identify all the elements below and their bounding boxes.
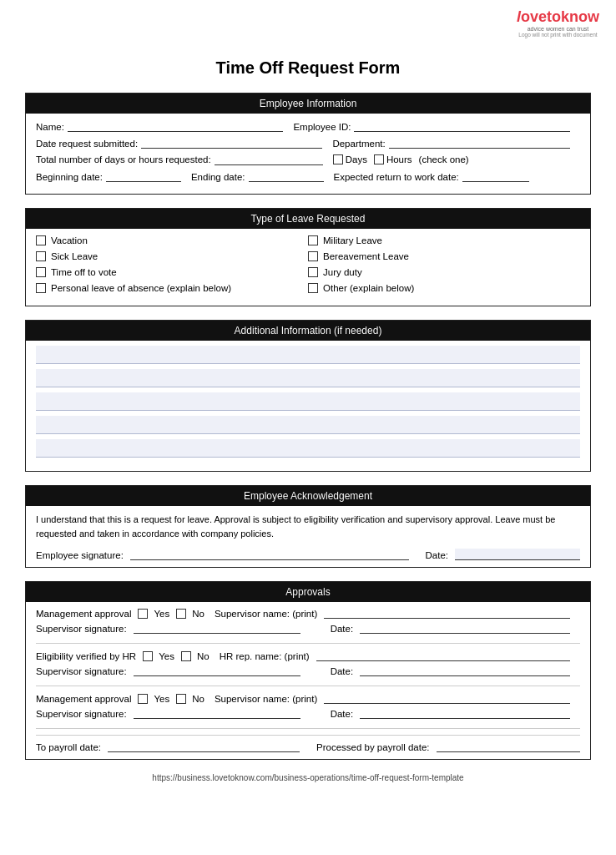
logo-note: Logo will not print with document <box>517 32 599 38</box>
approval-row-3-bot: Supervisor signature: Date: <box>36 707 580 719</box>
hours-checkbox[interactable] <box>374 154 384 164</box>
sick-leave-item: Sick Leave <box>36 251 308 261</box>
approval-row-2-bot: Supervisor signature: Date: <box>36 665 580 676</box>
approvals-header: Approvals <box>26 582 590 602</box>
total-field[interactable] <box>215 154 323 165</box>
employee-id-field[interactable] <box>354 120 570 132</box>
date-submitted-label: Date request submitted: <box>36 139 138 149</box>
sick-leave-label: Sick Leave <box>51 251 98 261</box>
mgmt-no-checkbox-3[interactable] <box>176 694 186 704</box>
leave-type-header: Type of Leave Requested <box>26 209 590 229</box>
payroll-row: To payroll date: Processed by payroll da… <box>36 735 580 752</box>
supervisor-sig-label-2: Supervisor signature: <box>36 666 127 676</box>
additional-line-3[interactable] <box>36 392 580 411</box>
approval-block-3: Management approval Yes No Supervisor na… <box>36 692 580 729</box>
vacation-checkbox[interactable] <box>36 235 46 245</box>
supervisor-print-label-1: Supervisor name: (print) <box>215 609 317 619</box>
date-label-3: Date: <box>331 709 354 719</box>
bereavement-leave-label: Bereavement Leave <box>323 251 409 261</box>
payroll-label: To payroll date: <box>36 742 101 752</box>
acknowledgement-text: I understand that this is a request for … <box>36 513 580 540</box>
expected-return-label: Expected return to work date: <box>334 172 459 182</box>
payroll-processed: Processed by payroll date: <box>316 741 580 752</box>
mgmt-no-checkbox-1[interactable] <box>176 609 186 619</box>
employee-info-header: Employee Information <box>26 94 590 114</box>
supervisor-sig-field-3[interactable] <box>134 707 300 719</box>
approvals-body: Management approval Yes No Supervisor na… <box>26 602 590 759</box>
mgmt-yes-checkbox-1[interactable] <box>138 609 148 619</box>
beginning-field[interactable] <box>106 170 181 182</box>
leave-left-col: Vacation Sick Leave Time off to vote Per… <box>36 235 308 299</box>
date-field-3[interactable] <box>360 707 570 719</box>
hr-verified-label: Eligibility verified by HR <box>36 651 136 661</box>
leave-types-body: Vacation Sick Leave Time off to vote Per… <box>26 229 590 306</box>
date-field-2[interactable] <box>360 665 570 676</box>
other-checkbox[interactable] <box>308 283 318 293</box>
approvals-section: Approvals Management approval Yes No Sup… <box>25 581 591 760</box>
payroll-to-date: To payroll date: <box>36 741 300 752</box>
acknowledgement-header: Employee Acknowledgement <box>26 486 590 506</box>
approval-row-2-top: Eligibility verified by HR Yes No HR rep… <box>36 650 580 661</box>
ending-field[interactable] <box>249 170 324 182</box>
hr-yes-checkbox[interactable] <box>143 651 153 661</box>
additional-line-5[interactable] <box>36 439 580 458</box>
vacation-item: Vacation <box>36 235 308 245</box>
date-submitted-field[interactable] <box>141 137 322 149</box>
additional-line-2[interactable] <box>36 369 580 387</box>
hr-rep-print-label: HR rep. name: (print) <box>220 651 310 661</box>
time-off-vote-label: Time off to vote <box>51 267 117 277</box>
logo-tagline: advice women can trust <box>517 26 599 32</box>
bereavement-leave-checkbox[interactable] <box>308 251 318 261</box>
name-field[interactable] <box>68 120 284 132</box>
employee-sig-field[interactable] <box>130 549 409 560</box>
approval-row-1-top: Management approval Yes No Supervisor na… <box>36 607 580 619</box>
signature-row: Employee signature: Date: <box>36 549 580 560</box>
approval-block-2: Eligibility verified by HR Yes No HR rep… <box>36 650 580 686</box>
name-label: Name: <box>36 122 64 132</box>
additional-info-body <box>26 341 590 471</box>
supervisor-sig-label-1: Supervisor signature: <box>36 624 127 634</box>
mgmt-yes-label-1: Yes <box>154 609 169 619</box>
date-label-1: Date: <box>331 624 354 634</box>
date-field[interactable] <box>455 549 580 560</box>
department-label: Department: <box>332 139 385 149</box>
logo-text: lovetoknow <box>517 8 599 26</box>
mgmt-no-label-3: No <box>192 694 204 704</box>
form-title: Time Off Request Form <box>25 58 591 78</box>
employee-sig-label: Employee signature: <box>36 550 124 560</box>
sick-leave-checkbox[interactable] <box>36 251 46 261</box>
processed-date-field[interactable] <box>437 741 580 752</box>
additional-line-1[interactable] <box>36 346 580 364</box>
additional-info-header: Additional Information (if needed) <box>26 321 590 341</box>
approval-row-1-bot: Supervisor signature: Date: <box>36 622 580 634</box>
mgmt-no-label-1: No <box>192 609 204 619</box>
department-field[interactable] <box>389 137 570 149</box>
personal-leave-checkbox[interactable] <box>36 283 46 293</box>
date-field-1[interactable] <box>360 622 570 634</box>
mgmt-approval-label-1: Management approval <box>36 609 131 619</box>
personal-leave-item: Personal leave of absence (explain below… <box>36 283 308 293</box>
supervisor-print-field-1[interactable] <box>324 607 570 619</box>
payroll-date-field[interactable] <box>108 741 300 752</box>
leave-right-col: Military Leave Bereavement Leave Jury du… <box>308 235 580 299</box>
military-leave-checkbox[interactable] <box>308 235 318 245</box>
expected-return-field[interactable] <box>462 170 529 182</box>
mgmt-yes-checkbox-3[interactable] <box>138 694 148 704</box>
supervisor-print-field-3[interactable] <box>324 692 570 704</box>
days-checkbox[interactable] <box>333 154 343 164</box>
bereavement-leave-item: Bereavement Leave <box>308 251 580 261</box>
additional-info-section: Additional Information (if needed) <box>25 320 591 472</box>
supervisor-sig-field-1[interactable] <box>134 622 300 634</box>
additional-line-4[interactable] <box>36 416 580 434</box>
time-off-vote-checkbox[interactable] <box>36 267 46 277</box>
jury-duty-checkbox[interactable] <box>308 267 318 277</box>
date-label-2: Date: <box>331 666 354 676</box>
approval-block-1: Management approval Yes No Supervisor na… <box>36 607 580 644</box>
supervisor-sig-field-2[interactable] <box>134 665 300 676</box>
hr-no-checkbox[interactable] <box>181 651 191 661</box>
employee-id-label: Employee ID: <box>293 122 351 132</box>
mgmt-yes-label-3: Yes <box>154 694 169 704</box>
employee-info-section: Employee Information Name: Employee ID: … <box>25 93 591 195</box>
other-item: Other (explain below) <box>308 283 580 293</box>
hr-rep-print-field[interactable] <box>316 650 570 661</box>
